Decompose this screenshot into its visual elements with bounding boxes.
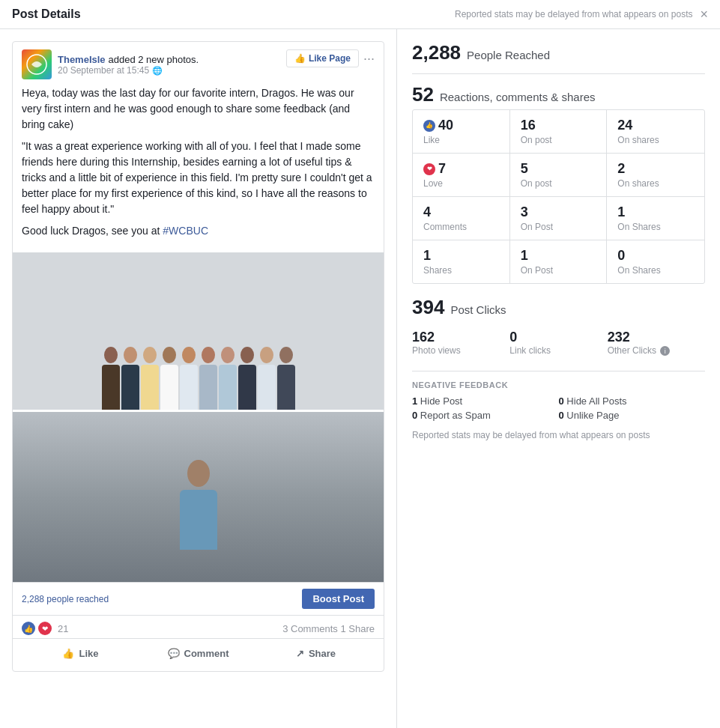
post-text: Heya, today was the last day for our fav… — [13, 85, 384, 252]
other-clicks-label: Other Clicks i — [608, 345, 705, 356]
photo-views-label: Photo views — [412, 345, 509, 356]
post-panel: ThemeIsle added 2 new photos. 20 Septemb… — [0, 29, 397, 728]
header-notice: Reported stats may be delayed from what … — [455, 9, 693, 19]
reactions-label: Reactions, comments & shares — [440, 91, 596, 103]
body-3 — [141, 365, 159, 410]
person-5 — [180, 347, 198, 410]
post-text-3: Good luck Dragos, see you at #WCBUC — [22, 223, 375, 239]
logo-icon — [26, 54, 47, 75]
reaction-cell-comments-onpost: 3 On Post — [510, 197, 608, 240]
share-action-icon: ↗ — [296, 648, 304, 659]
post-clicks-grid: 162 Photo views 0 Link clicks 232 Other … — [412, 327, 705, 359]
love-reaction-icon: ❤ — [38, 622, 52, 635]
person-1 — [102, 347, 120, 410]
reaction-cell-love-total: ❤ 7 Love — [413, 154, 510, 197]
reaction-count: 21 — [58, 623, 68, 634]
post-page-action: ThemeIsle added 2 new photos. — [58, 53, 199, 65]
hashtag-link[interactable]: #WCBUC — [163, 225, 208, 237]
like-page-label: Like Page — [309, 53, 351, 64]
like-onpost-number: 16 — [521, 118, 596, 133]
single-person — [180, 460, 217, 550]
clicks-cell-other: 232 Other Clicks i — [608, 327, 705, 359]
love-total-label: Love — [423, 178, 499, 189]
post-text-1: Heya, today was the last day for our fav… — [22, 85, 375, 133]
body-4 — [160, 365, 178, 410]
person-9 — [258, 347, 276, 410]
main-content: ThemeIsle added 2 new photos. 20 Septemb… — [0, 29, 720, 728]
timestamp-text: 20 September at 15:45 — [58, 65, 149, 76]
shares-total-label: Shares — [423, 265, 499, 276]
clicks-cell-link: 0 Link clicks — [509, 327, 607, 359]
stats-footer-notice: Reported stats may be delayed from what … — [412, 430, 705, 440]
person-6 — [199, 347, 217, 410]
photo-views-number: 162 — [412, 330, 509, 345]
people-reached-number: 2,288 — [412, 41, 461, 64]
people-reached-stat: 2,288 People Reached — [412, 41, 705, 64]
reaction-cell-like-onshares: 24 On shares — [607, 110, 704, 154]
comments-onpost-label: On Post — [521, 222, 596, 232]
body-1 — [102, 365, 120, 410]
like-action-label: Like — [79, 648, 98, 659]
reactions-grid: 👍 40 Like 16 On post 24 On shares ❤ — [412, 109, 705, 284]
page-title: Post Details — [12, 7, 81, 21]
small-like-icon: 👍 — [423, 120, 435, 132]
body-8 — [238, 365, 256, 410]
like-action-button[interactable]: 👍 Like — [22, 642, 139, 665]
head-3 — [143, 347, 157, 363]
body-2 — [121, 365, 139, 410]
body-5 — [180, 365, 198, 410]
negative-unlike-page: 0 Unlike Page — [559, 410, 706, 421]
report-spam-number: 0 — [412, 410, 417, 421]
like-onshares-number: 24 — [617, 118, 694, 133]
head-4 — [163, 347, 176, 363]
like-page-button[interactable]: 👍 Like Page — [286, 49, 359, 67]
comment-action-icon: 💬 — [168, 648, 180, 659]
post-clicks-section: 394 Post Clicks 162 Photo views 0 Link c… — [412, 296, 705, 359]
thumbs-up-icon: 👍 — [294, 53, 306, 64]
post-page-name[interactable]: ThemeIsle — [58, 54, 106, 65]
like-reaction-icon: 👍 — [22, 622, 35, 635]
head-8 — [240, 347, 254, 363]
love-onpost-number: 5 — [521, 161, 596, 177]
share-action-button[interactable]: ↗ Share — [257, 642, 375, 665]
love-onshares-number: 2 — [617, 161, 694, 177]
post-image-group — [13, 252, 384, 410]
hide-post-label: Hide Post — [420, 395, 462, 407]
post-images — [13, 252, 384, 582]
close-button[interactable]: × — [700, 7, 708, 21]
boost-post-button[interactable]: Boost Post — [302, 589, 375, 609]
post-reactions-bar: 👍 ❤ 21 3 Comments 1 Share — [13, 615, 384, 638]
comments-total-label: Comments — [423, 222, 499, 232]
hide-all-number: 0 — [559, 395, 564, 407]
post-text-2: "It was a great experience working with … — [22, 139, 375, 217]
reaction-cell-like-total: 👍 40 Like — [413, 110, 510, 154]
love-onshares-label: On shares — [617, 178, 694, 189]
more-options-button[interactable]: ··· — [363, 52, 375, 65]
person-4 — [160, 347, 178, 410]
reactions-stat: 52 Reactions, comments & shares — [412, 83, 705, 106]
post-image-single — [13, 410, 384, 582]
post-stats-bar: 2,288 people reached Boost Post — [13, 582, 384, 615]
reaction-cell-love-onshares: 2 On shares — [607, 154, 704, 197]
comment-action-button[interactable]: 💬 Comment — [139, 642, 257, 665]
reaction-cell-comments-onshares: 1 On Shares — [607, 197, 704, 240]
comments-total-number: 4 — [423, 204, 499, 220]
people-reached-link[interactable]: 2,288 people reached — [22, 594, 109, 604]
head-10 — [279, 347, 293, 363]
like-onshares-label: On shares — [617, 135, 694, 145]
divider-2 — [412, 371, 705, 371]
head-7 — [221, 347, 235, 363]
person-8 — [238, 347, 256, 410]
post-card: ThemeIsle added 2 new photos. 20 Septemb… — [12, 41, 384, 672]
stats-panel: 2,288 People Reached 52 Reactions, comme… — [397, 29, 720, 728]
negative-feedback-section: NEGATIVE FEEDBACK 1 Hide Post 0 Hide All… — [412, 380, 705, 421]
head-2 — [124, 347, 137, 363]
post-clicks-label: Post Clicks — [450, 303, 506, 316]
comments-onshares-number: 1 — [617, 204, 694, 220]
post-clicks-header: 394 Post Clicks — [412, 296, 705, 319]
reaction-cell-like-onpost: 16 On post — [510, 110, 608, 154]
reactions-left: 👍 ❤ 21 — [22, 622, 68, 635]
post-timestamp: 20 September at 15:45 🌐 — [58, 65, 199, 76]
divider-1 — [412, 73, 705, 74]
header-bar: Post Details Reported stats may be delay… — [0, 0, 720, 29]
